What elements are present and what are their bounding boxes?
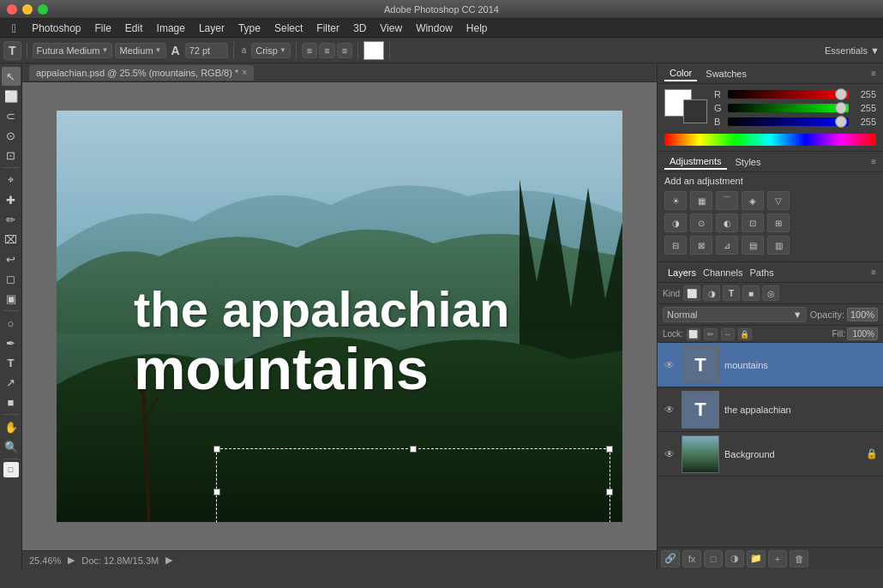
layers-tab[interactable]: Layers: [664, 266, 700, 279]
blend-mode-select[interactable]: Normal ▼: [663, 307, 807, 322]
lock-pixels-button[interactable]: ⬜: [687, 328, 700, 340]
background-color[interactable]: [683, 99, 707, 123]
menu-3d[interactable]: 3D: [346, 21, 373, 36]
foreground-color-tool[interactable]: □: [3, 462, 19, 477]
menu-filter[interactable]: Filter: [309, 21, 346, 36]
gradient-tool[interactable]: ▣: [2, 289, 21, 308]
b-slider-track[interactable]: [728, 117, 849, 126]
lasso-tool[interactable]: ⊂: [2, 106, 21, 125]
shape-tool[interactable]: ■: [2, 393, 21, 411]
selective-adj-icon[interactable]: ▥: [767, 236, 790, 255]
layer-item-appalachian[interactable]: 👁 T the appalachian: [658, 387, 883, 432]
fill-value[interactable]: 100%: [847, 327, 878, 340]
g-slider-track[interactable]: [728, 104, 849, 112]
quick-select-tool[interactable]: ⊙: [2, 126, 21, 145]
threshold-adj-icon[interactable]: ⊿: [716, 236, 738, 255]
filter-shape-icon[interactable]: ■: [742, 285, 760, 301]
color-panel-menu[interactable]: ≡: [871, 69, 876, 78]
type-tool[interactable]: T: [2, 353, 21, 372]
menu-help[interactable]: Help: [460, 21, 495, 36]
clone-tool[interactable]: ⌧: [2, 230, 21, 249]
layer-visibility-mountains[interactable]: 👁: [663, 358, 676, 372]
move-tool[interactable]: ↖: [2, 67, 21, 86]
gradient-adj-icon[interactable]: ▤: [742, 236, 764, 255]
filter-adjustment-icon[interactable]: ◑: [703, 285, 720, 301]
lock-move-button[interactable]: ↔: [721, 328, 735, 340]
new-layer-button[interactable]: +: [768, 550, 787, 567]
color-tab[interactable]: Color: [664, 66, 697, 81]
menu-type[interactable]: Type: [231, 21, 267, 36]
channels-tab[interactable]: Channels: [700, 266, 746, 279]
hand-tool[interactable]: ✋: [2, 417, 21, 436]
menu-select[interactable]: Select: [267, 21, 309, 36]
group-layers-button[interactable]: 📁: [747, 550, 766, 567]
history-brush-tool[interactable]: ↩: [2, 249, 21, 268]
vibrance-adj-icon[interactable]: ▽: [767, 191, 790, 210]
crop-tool[interactable]: ⊡: [2, 146, 21, 165]
lock-position-button[interactable]: ✏: [704, 328, 718, 340]
layer-visibility-appalachian[interactable]: 👁: [663, 403, 676, 417]
maximize-button[interactable]: [38, 4, 48, 15]
filter-smart-icon[interactable]: ◎: [762, 285, 779, 301]
link-layers-button[interactable]: 🔗: [661, 550, 680, 567]
levels-adj-icon[interactable]: ▦: [690, 191, 712, 210]
menu-apple[interactable]: : [3, 21, 25, 35]
hsl-adj-icon[interactable]: ◑: [664, 213, 687, 232]
adj-panel-menu[interactable]: ≡: [871, 157, 876, 166]
posterize-adj-icon[interactable]: ⊠: [690, 236, 712, 255]
align-right-button[interactable]: ≡: [337, 43, 352, 58]
color-spectrum[interactable]: [664, 134, 876, 146]
close-button[interactable]: [7, 4, 17, 15]
r-slider-thumb[interactable]: [835, 88, 847, 100]
g-slider-thumb[interactable]: [835, 102, 847, 114]
anti-alias-select[interactable]: Crisp ▼: [251, 43, 291, 58]
menu-photoshop[interactable]: Photoshop: [25, 21, 87, 36]
brush-tool[interactable]: ✏: [2, 210, 21, 229]
paths-tab[interactable]: Paths: [747, 266, 778, 279]
balance-adj-icon[interactable]: ⊙: [690, 213, 712, 232]
menu-edit[interactable]: Edit: [118, 21, 150, 36]
lock-all-button[interactable]: 🔒: [738, 328, 752, 340]
layers-panel-menu[interactable]: ≡: [871, 267, 876, 277]
adjustment-layer-button[interactable]: ◑: [725, 550, 744, 567]
marquee-tool[interactable]: ⬜: [2, 87, 21, 105]
font-style-select[interactable]: Medium ▼: [115, 43, 165, 58]
curves-adj-icon[interactable]: ⌒: [716, 191, 738, 210]
swatches-tab[interactable]: Swatches: [700, 67, 752, 81]
menu-window[interactable]: Window: [409, 21, 460, 36]
menu-view[interactable]: View: [373, 21, 409, 36]
zoom-tool[interactable]: 🔍: [2, 437, 21, 456]
healing-tool[interactable]: ✚: [2, 190, 21, 209]
eraser-tool[interactable]: ◻: [2, 269, 21, 288]
path-select-tool[interactable]: ↗: [2, 373, 21, 392]
font-size-input[interactable]: 72 pt: [185, 43, 228, 58]
layer-item-mountains[interactable]: 👁 T mountains: [658, 343, 883, 387]
adjustments-tab[interactable]: Adjustments: [664, 154, 727, 170]
invert-adj-icon[interactable]: ⊟: [664, 236, 687, 255]
b-slider-thumb[interactable]: [835, 116, 847, 128]
styles-tab[interactable]: Styles: [730, 155, 766, 169]
delete-layer-button[interactable]: 🗑: [790, 550, 808, 567]
canvas-viewport[interactable]: the appalachian mountains: [22, 82, 657, 550]
eyedropper-tool[interactable]: ⌖: [2, 171, 21, 189]
filter-type-icon[interactable]: T: [723, 285, 740, 301]
exposure-adj-icon[interactable]: ◈: [742, 191, 764, 210]
align-center-button[interactable]: ≡: [319, 43, 334, 58]
menu-image[interactable]: Image: [150, 21, 192, 36]
opacity-value[interactable]: 100%: [847, 308, 878, 321]
brightness-adj-icon[interactable]: ☀: [664, 191, 687, 210]
photo-adj-icon[interactable]: ⊡: [742, 213, 764, 232]
layer-styles-button[interactable]: fx: [682, 550, 701, 567]
menu-layer[interactable]: Layer: [192, 21, 231, 36]
tab-close-button[interactable]: ×: [242, 68, 247, 77]
text-color-swatch[interactable]: [363, 41, 384, 60]
layer-item-background[interactable]: 👁 Bac: [658, 432, 883, 477]
menu-file[interactable]: File: [88, 21, 118, 36]
align-left-button[interactable]: ≡: [302, 43, 317, 58]
channel-adj-icon[interactable]: ⊞: [767, 213, 790, 232]
font-family-select[interactable]: Futura Medium ▼: [33, 43, 113, 58]
document-tab[interactable]: appalachian.psd @ 25.5% (mountains, RGB/…: [29, 65, 254, 81]
layer-mask-button[interactable]: □: [704, 550, 723, 567]
minimize-button[interactable]: [22, 4, 33, 15]
r-slider-track[interactable]: [728, 90, 849, 99]
